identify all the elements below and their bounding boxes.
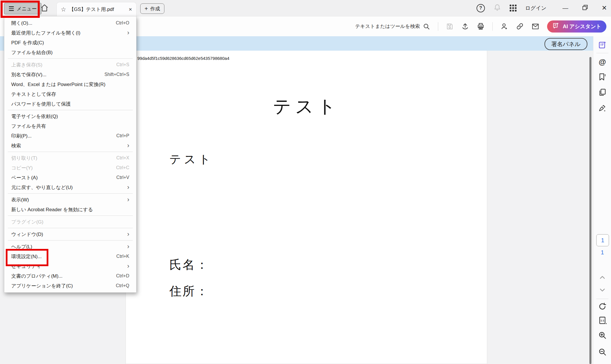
menu-separator [8, 110, 133, 110]
vertical-scrollbar[interactable] [589, 57, 591, 364]
menu-button[interactable]: メニュー [4, 3, 41, 14]
menu-item-document-properties[interactable]: 文書のプロパティ(M)...Ctrl+D [4, 271, 136, 281]
menu-item-copy: コピー(Y)Ctrl+C [4, 163, 136, 173]
signature-panel-button[interactable]: 署名パネル [544, 38, 587, 50]
submenu-arrow-icon: › [127, 197, 129, 203]
menu-item-share-file[interactable]: ファイルを共有 [4, 121, 136, 131]
menu-item-preferences[interactable]: 環境設定(N)...Ctrl+K [4, 251, 136, 261]
signature-panel-label: 署名パネル [551, 40, 580, 48]
tab-title: 【GS】テスト用.pdf [69, 6, 126, 13]
create-tab-label: 作成 [150, 5, 160, 12]
zoom-out-icon[interactable] [593, 348, 611, 356]
home-icon[interactable] [40, 4, 49, 13]
link-icon[interactable] [516, 22, 524, 30]
submenu-arrow-icon: › [127, 30, 129, 36]
next-page-icon[interactable] [593, 286, 611, 294]
menu-item-security[interactable]: セキュリティ› [4, 261, 136, 271]
titlebar-right-cluster: ? ログイン — ✕ [477, 0, 607, 16]
previous-page-icon[interactable] [593, 273, 611, 281]
menu-item-view[interactable]: 表示(W)› [4, 195, 136, 205]
toolbar-divider [492, 22, 493, 31]
menu-item-help[interactable]: ヘルプ(L)› [4, 242, 136, 251]
menu-separator [8, 216, 133, 216]
apps-grid-icon[interactable] [510, 5, 517, 12]
tab-close-icon[interactable]: ✕ [128, 7, 132, 12]
pages-copy-icon[interactable] [593, 88, 611, 97]
submenu-arrow-icon: › [127, 263, 129, 269]
menu-item-create-pdf[interactable]: PDF を作成(C) [4, 38, 136, 47]
menu-item-request-esign[interactable]: 電子サインを依頼(Q) [4, 111, 136, 121]
right-tool-rail: @ 1 1 1:1 [593, 36, 611, 364]
submenu-arrow-icon: › [127, 184, 129, 190]
menu-item-window[interactable]: ウィンドウ(D)› [4, 229, 136, 239]
document-hash-text: 99da4d5f1c59d628636cd65d62e5435798680a4 [137, 56, 229, 61]
document-body-text: テスト [169, 151, 213, 167]
menu-separator [8, 193, 133, 194]
login-button[interactable]: ログイン [525, 5, 547, 12]
rail-divider [596, 53, 608, 53]
ai-assistant-panel-icon[interactable] [593, 40, 611, 49]
help-icon[interactable]: ? [477, 4, 485, 12]
menu-item-protect-password[interactable]: パスワードを使用して保護 [4, 99, 136, 109]
menu-item-undo-redo[interactable]: 元に戻す、やり直しなど(U)› [4, 182, 136, 192]
search-box[interactable]: テキストまたはツールを検索 [355, 23, 430, 30]
menu-item-combine-files[interactable]: ファイルを結合(B) [4, 47, 136, 57]
ai-chat-icon [552, 22, 560, 31]
fit-page-icon[interactable]: 1:1 [593, 316, 611, 325]
menu-item-open-recent[interactable]: 最近使用したファイルを開く(I)› [4, 28, 136, 38]
menu-item-save-as-text[interactable]: テキストとして保存 [4, 89, 136, 99]
bookmarks-icon[interactable] [593, 73, 611, 81]
svg-text:1:1: 1:1 [600, 319, 604, 322]
page-number-input[interactable]: 1 [596, 234, 609, 246]
menu-item-plugins: プラグイン(G) [4, 217, 136, 227]
plus-icon: + [145, 6, 148, 12]
submenu-arrow-icon: › [127, 243, 129, 250]
menu-button-label: メニュー [17, 5, 37, 12]
page-total-label: 1 [593, 249, 611, 256]
menu-item-cut: 切り取り(T)Ctrl+X [4, 153, 136, 163]
menu-item-search[interactable]: 検索› [4, 141, 136, 150]
menu-item-disable-new-reader[interactable]: 新しい Acrobat Reader を無効にする [4, 205, 136, 214]
notifications-bell-icon[interactable] [494, 4, 501, 12]
ai-assistant-button[interactable]: AI アシスタント [547, 20, 606, 33]
menu-separator [8, 58, 133, 59]
acrobat-reader-window: メニュー ☆ 【GS】テスト用.pdf ✕ + 作成 ? ログイン — [0, 0, 611, 364]
menu-item-save: 上書き保存(S)Ctrl+S [4, 60, 136, 70]
window-close-icon[interactable]: ✕ [602, 4, 607, 12]
search-placeholder: テキストまたはツールを検索 [355, 23, 420, 30]
ai-assistant-label: AI アシスタント [563, 23, 601, 30]
menu-separator [8, 228, 133, 228]
rail-divider [596, 299, 608, 299]
add-user-icon[interactable] [500, 22, 508, 30]
create-tab-button[interactable]: + 作成 [140, 3, 164, 14]
menu-separator [8, 240, 133, 241]
title-bar: メニュー ☆ 【GS】テスト用.pdf ✕ + 作成 ? ログイン — [0, 0, 611, 16]
rotate-refresh-icon[interactable] [593, 302, 611, 311]
mail-icon[interactable] [532, 22, 539, 30]
window-minimize-icon[interactable]: — [563, 5, 568, 12]
print-icon[interactable] [477, 22, 485, 30]
comments-icon[interactable]: @ [593, 58, 611, 66]
hamburger-icon [9, 6, 14, 11]
search-icon[interactable] [423, 23, 430, 30]
menu-item-open[interactable]: 開く(O)...Ctrl+O [4, 18, 136, 28]
menu-item-convert-office[interactable]: Word、Excel または PowerPoint に変換(R) [4, 79, 136, 89]
menu-separator [8, 152, 133, 152]
save-icon[interactable] [446, 23, 453, 30]
menu-item-print[interactable]: 印刷(P)...Ctrl+P [4, 131, 136, 141]
document-title-text: テスト [126, 94, 487, 119]
menu-item-quit[interactable]: アプリケーションを終了(C)Ctrl+Q [4, 281, 136, 291]
signature-pen-icon[interactable] [593, 104, 611, 112]
zoom-in-icon[interactable] [593, 331, 611, 340]
star-icon[interactable]: ☆ [61, 6, 66, 12]
menu-item-save-as[interactable]: 別名で保存(V)...Shift+Ctrl+S [4, 70, 136, 79]
submenu-arrow-icon: › [127, 142, 129, 149]
submenu-arrow-icon: › [127, 231, 129, 237]
document-tab[interactable]: ☆ 【GS】テスト用.pdf ✕ [56, 2, 136, 16]
file-menu-dropdown: 開く(O)...Ctrl+O 最近使用したファイルを開く(I)› PDF を作成… [4, 16, 136, 293]
menu-item-paste[interactable]: ペースト(A)Ctrl+V [4, 173, 136, 182]
toolbar-divider [438, 22, 438, 31]
share-upload-icon[interactable] [461, 22, 469, 30]
window-restore-icon[interactable] [582, 4, 589, 12]
document-address-label: 住所： [169, 283, 209, 299]
